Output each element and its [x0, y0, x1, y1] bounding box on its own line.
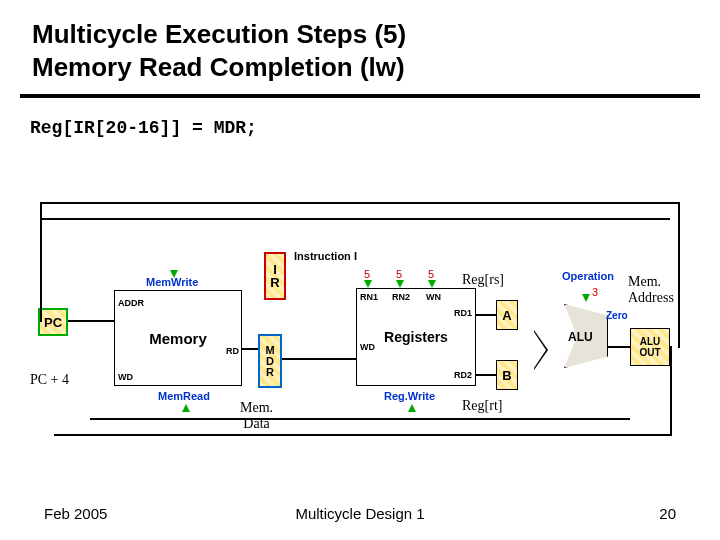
rn1-label: RN1 [360, 292, 378, 302]
mux-icon [534, 330, 548, 370]
top-bus-1 [40, 218, 670, 220]
alu-label: ALU [568, 330, 593, 344]
right-bus-1 [678, 202, 680, 348]
ir-block: I R [264, 252, 286, 300]
memaddr-callout: Mem. Address [628, 274, 674, 306]
rd2-label: RD2 [454, 370, 472, 380]
wd-reg-label: WD [360, 342, 375, 352]
rn2-label: RN2 [392, 292, 410, 302]
memdata-callout: Mem. Data [240, 400, 273, 432]
regwrite-label: Reg.Write [384, 390, 435, 402]
left-bus-1 [40, 202, 42, 322]
datapath-diagram: PC Memory MemWrite ADDR RD WD MemRead I … [30, 190, 690, 450]
zero-label: Zero [606, 310, 628, 321]
pc-block: PC [38, 308, 68, 336]
bus-5-c: 5 [428, 268, 434, 280]
a-latch: A [496, 300, 518, 330]
addr-label: ADDR [118, 298, 144, 308]
wn-label: WN [426, 292, 441, 302]
bus-5-a: 5 [364, 268, 370, 280]
memread-label: MemRead [158, 390, 210, 402]
regrt-callout: Reg[rt] [462, 398, 502, 414]
b-latch: B [496, 360, 518, 390]
right-bus-2 [670, 346, 672, 436]
instruction-i-label: Instruction I [294, 250, 357, 262]
op3-label: 3 [592, 286, 598, 298]
memwrite-arrow-icon [170, 270, 178, 278]
title-line-2: Memory Read Completion (lw) [32, 52, 405, 82]
top-bus-2 [40, 202, 680, 204]
alu-to-out-bus [608, 346, 630, 348]
title-line-1: Multicycle Execution Steps (5) [32, 19, 406, 49]
reg-to-b-bus [476, 374, 496, 376]
bottom-bus-1 [54, 434, 672, 436]
operation-label: Operation [562, 270, 614, 282]
mem-to-mdr-bus [242, 348, 258, 350]
pc-to-mem-bus [68, 320, 114, 322]
bottom-bus-2 [90, 418, 630, 420]
bus-5-b: 5 [396, 268, 402, 280]
rd-mem-label: RD [226, 346, 239, 356]
operation-arrow-icon [582, 294, 590, 302]
title-rule [20, 94, 700, 98]
aluout-block: ALU OUT [630, 328, 670, 366]
reg-to-a-bus [476, 314, 496, 316]
rn1-arrow-icon [364, 280, 372, 288]
regrs-callout: Reg[rs] [462, 272, 504, 288]
wd-mem-label: WD [118, 372, 133, 382]
mdr-to-reg-bus [282, 358, 356, 360]
rd1-label: RD1 [454, 308, 472, 318]
code-line: Reg[IR[20-16]] = MDR; [30, 118, 257, 138]
memread-arrow-icon [182, 404, 190, 412]
pc4-callout: PC + 4 [30, 372, 69, 388]
rn2-arrow-icon [396, 280, 404, 288]
footer-title: Multicycle Design 1 [0, 505, 720, 522]
slide-number: 20 [659, 505, 676, 522]
regwrite-arrow-icon [408, 404, 416, 412]
wn-arrow-icon [428, 280, 436, 288]
mdr-block: M D R [258, 334, 282, 388]
